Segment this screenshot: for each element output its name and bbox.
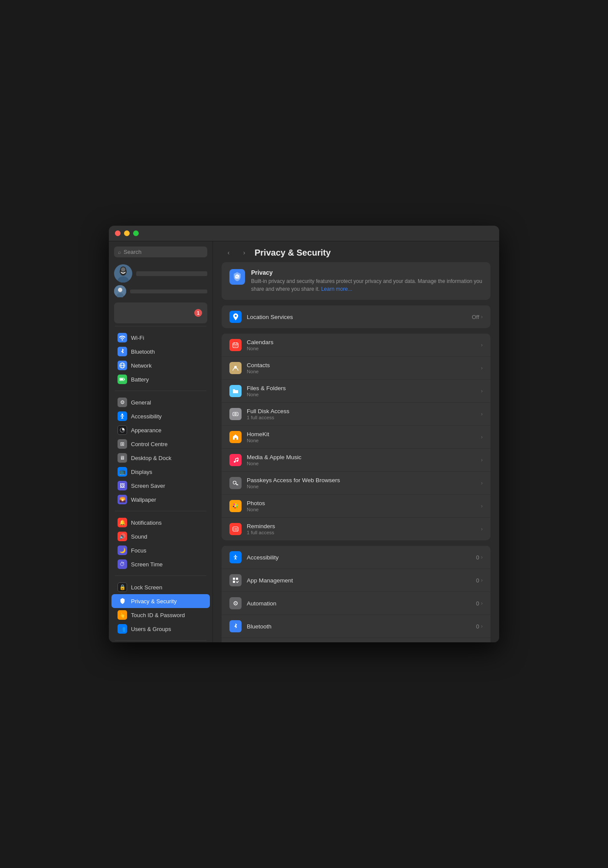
touchid-icon: 👆	[118, 610, 127, 620]
app-management-label: App Management	[247, 577, 471, 584]
homekit-label: HomeKit	[247, 431, 476, 437]
notification-box[interactable]: 1	[114, 302, 207, 323]
nav-forward-button[interactable]: ›	[239, 247, 249, 258]
sidebar-item-focus[interactable]: 🌙 Focus	[111, 543, 210, 557]
lockscreen-icon: 🔒	[118, 582, 127, 592]
svg-point-45	[237, 505, 238, 506]
location-services-text: Location Services	[247, 314, 467, 320]
avatar-small	[114, 285, 126, 297]
main-header: ‹ › Privacy & Security	[213, 241, 499, 262]
svg-rect-16	[120, 378, 123, 380]
sidebar-item-screensaver[interactable]: 🖼 Screen Saver	[111, 479, 210, 493]
sidebar-item-general[interactable]: ⚙ General	[111, 395, 210, 409]
reminders-row-icon	[229, 523, 242, 535]
accessibility2-text: Accessibility	[247, 554, 471, 561]
sidebar-item-screentime[interactable]: ⏱ Screen Time	[111, 557, 210, 571]
full-disk-row[interactable]: Full Disk Access 1 full access ›	[222, 402, 490, 425]
svg-rect-62	[233, 581, 235, 583]
sidebar-item-label-users: Users & Groups	[131, 626, 171, 632]
calendars-label: Calendars	[247, 339, 476, 345]
svg-point-46	[236, 506, 238, 508]
svg-point-34	[235, 414, 236, 414]
learn-more-link[interactable]: Learn more...	[321, 286, 352, 292]
sidebar-item-label-desktop: Desktop & Dock	[131, 455, 171, 461]
screensaver-icon: 🖼	[118, 481, 127, 490]
homekit-text: HomeKit None	[247, 431, 476, 443]
sidebar-item-lockscreen[interactable]: 🔒 Lock Screen	[111, 580, 210, 594]
automation-right: 0 ›	[476, 600, 483, 607]
accessibility-icon	[118, 411, 127, 421]
bluetooth-icon	[118, 347, 127, 356]
sidebar-search: ⌕ Search	[109, 241, 212, 261]
bluetooth2-row[interactable]: Bluetooth 0 ›	[222, 615, 490, 638]
svg-line-39	[235, 458, 238, 459]
contacts-row[interactable]: Contacts None ›	[222, 356, 490, 379]
passkeys-row-icon	[229, 477, 242, 489]
minimize-button[interactable]	[124, 230, 130, 236]
sidebar-item-controlcentre[interactable]: ⊞ Control Centre	[111, 437, 210, 451]
appearance-icon	[118, 425, 127, 435]
sidebar-item-privacy[interactable]: Privacy & Security	[111, 594, 210, 608]
homekit-row[interactable]: HomeKit None ›	[222, 425, 490, 448]
page-title: Privacy & Security	[255, 248, 331, 258]
photos-row[interactable]: Photos None ›	[222, 494, 490, 517]
calendars-sublabel: None	[247, 346, 476, 351]
search-box[interactable]: ⌕ Search	[114, 247, 207, 257]
location-services-row[interactable]: Location Services Off ›	[222, 305, 490, 328]
calendars-text: Calendars None	[247, 339, 476, 351]
sidebar-item-accessibility[interactable]: Accessibility	[111, 409, 210, 423]
nav-back-button[interactable]: ‹	[223, 247, 234, 258]
media-music-label: Media & Apple Music	[247, 454, 476, 460]
svg-point-43	[234, 504, 235, 505]
automation-row[interactable]: ⚙ Automation 0 ›	[222, 592, 490, 615]
sidebar-item-desktop[interactable]: 🖥 Desktop & Dock	[111, 451, 210, 465]
accessibility2-row[interactable]: Accessibility 0 ›	[222, 546, 490, 569]
files-folders-row[interactable]: Files & Folders None ›	[222, 379, 490, 402]
privacy-header-row: Privacy Built-in privacy and security fe…	[222, 262, 490, 300]
maximize-button[interactable]	[133, 230, 139, 236]
privacy-card: Privacy Built-in privacy and security fe…	[222, 262, 490, 300]
user-secondary-account[interactable]	[114, 285, 207, 297]
sidebar-item-appearance[interactable]: Appearance	[111, 423, 210, 437]
user-main-account[interactable]	[114, 264, 207, 283]
homekit-chevron: ›	[481, 434, 483, 440]
sidebar-item-wallpaper[interactable]: 🌄 Wallpaper	[111, 493, 210, 506]
privacy-icon	[118, 596, 127, 606]
calendars-icon: 17	[229, 339, 242, 351]
sidebar-item-bluetooth[interactable]: Bluetooth	[111, 345, 210, 358]
sidebar-item-touchid[interactable]: 👆 Touch ID & Password	[111, 608, 210, 622]
reminders-row[interactable]: Reminders 1 full access ›	[222, 517, 490, 540]
privacy-card-desc: Built-in privacy and security features p…	[251, 277, 483, 293]
full-disk-text: Full Disk Access 1 full access	[247, 408, 476, 420]
app-management-count: 0	[476, 577, 479, 584]
app-management-chevron: ›	[481, 577, 483, 583]
camera-row[interactable]: Camera 0 ›	[222, 638, 490, 642]
svg-point-44	[235, 503, 237, 505]
sidebar-item-wifi[interactable]: Wi-Fi	[111, 331, 210, 345]
sidebar-item-battery[interactable]: Battery	[111, 372, 210, 386]
media-music-row[interactable]: Media & Apple Music None ›	[222, 448, 490, 471]
app-management-text: App Management	[247, 577, 471, 584]
contacts-chevron: ›	[481, 365, 483, 371]
app-management-icon	[229, 574, 242, 586]
sidebar-item-label-network: Network	[131, 362, 152, 369]
app-management-row[interactable]: App Management 0 ›	[222, 569, 490, 592]
reminders-label: Reminders	[247, 523, 476, 529]
sidebar-item-network[interactable]: Network	[111, 358, 210, 372]
svg-line-59	[235, 558, 236, 559]
svg-point-48	[233, 506, 234, 507]
automation-label: Automation	[247, 600, 471, 607]
sidebar-item-sound[interactable]: 🔊 Sound	[111, 529, 210, 543]
calendars-row[interactable]: 17 Calendars None ›	[222, 333, 490, 356]
sidebar-section-system: ⚙ General	[109, 394, 212, 508]
sidebar-item-users[interactable]: 👥 Users & Groups	[111, 622, 210, 636]
sidebar-item-notifications[interactable]: 🔔 Notifications	[111, 516, 210, 529]
contacts-row-icon	[229, 362, 242, 374]
sidebar-item-displays[interactable]: 📺 Displays	[111, 465, 210, 479]
sidebar-item-label-screentime: Screen Time	[131, 561, 163, 568]
passkeys-row[interactable]: Passkeys Access for Web Browsers None ›	[222, 471, 490, 494]
sidebar-item-label-touchid: Touch ID & Password	[131, 612, 185, 618]
close-button[interactable]	[115, 230, 121, 236]
screentime-icon: ⏱	[118, 559, 127, 569]
sidebar-item-label-notifications: Notifications	[131, 519, 162, 526]
